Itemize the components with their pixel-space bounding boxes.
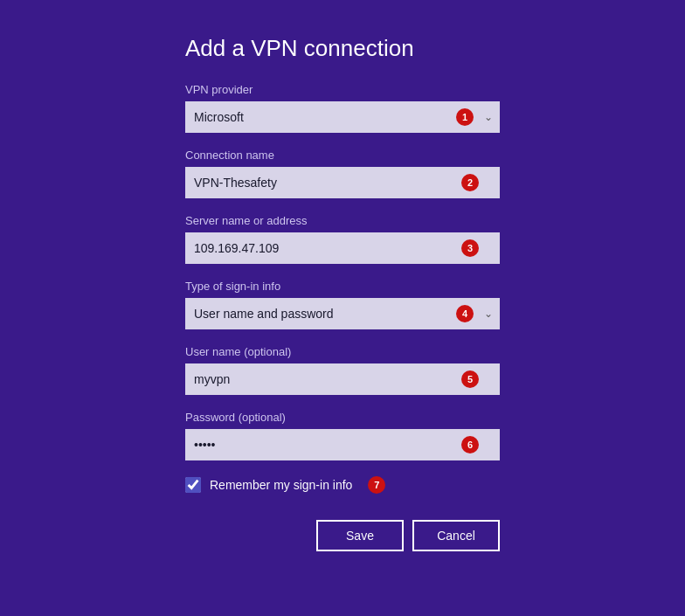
sign-in-type-badge: 4 [456,305,474,322]
username-label: User name (optional) [185,345,500,358]
password-group: Password (optional) 6 [185,411,500,460]
password-wrap: 6 [185,429,500,460]
password-badge: 6 [461,436,479,453]
remember-badge: 7 [368,476,385,494]
remember-checkbox-row: Remember my sign-in info 7 [185,476,500,494]
remember-label: Remember my sign-in info [210,478,352,492]
sign-in-type-select[interactable]: User name and password [185,298,500,329]
server-name-badge: 3 [461,239,479,257]
cancel-button[interactable]: Cancel [412,520,500,551]
connection-name-input[interactable] [185,167,500,198]
vpn-provider-select[interactable]: Microsoft [185,101,500,133]
server-name-group: Server name or address 3 [185,214,500,264]
vpn-provider-group: VPN provider Microsoft 1 ⌄ [185,83,500,133]
server-name-input[interactable] [185,232,500,264]
button-row: Save Cancel [185,520,500,551]
vpn-provider-label: VPN provider [185,83,500,96]
username-wrap: 5 [185,363,500,395]
remember-checkbox[interactable] [185,477,201,493]
connection-name-wrap: 2 [185,167,500,198]
vpn-provider-wrap: Microsoft 1 ⌄ [185,101,500,133]
sign-in-type-group: Type of sign-in info User name and passw… [185,280,500,329]
connection-name-badge: 2 [461,174,479,191]
username-group: User name (optional) 5 [185,345,500,395]
server-name-wrap: 3 [185,232,500,264]
sign-in-type-label: Type of sign-in info [185,280,500,293]
connection-name-group: Connection name 2 [185,149,500,198]
dialog-title: Add a VPN connection [185,35,500,62]
connection-name-label: Connection name [185,149,500,162]
vpn-dialog: Add a VPN connection VPN provider Micros… [159,17,526,578]
username-badge: 5 [461,370,479,388]
password-input[interactable] [185,429,500,460]
sign-in-type-wrap: User name and password 4 ⌄ [185,298,500,329]
save-button[interactable]: Save [316,520,404,551]
server-name-label: Server name or address [185,214,500,227]
password-label: Password (optional) [185,411,500,424]
username-input[interactable] [185,363,500,395]
vpn-provider-badge: 1 [456,108,474,126]
